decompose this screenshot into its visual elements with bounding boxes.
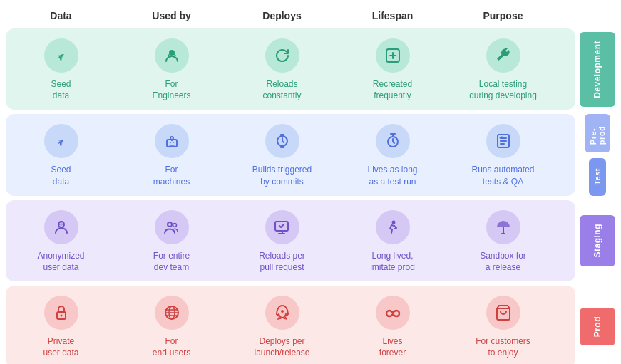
cell-label-staging-4: Sandbox for a release — [480, 250, 526, 273]
cell-label-test-4: Runs automated tests & QA — [471, 164, 534, 187]
section-development: Seed dataFor EngineersReloads constantly… — [6, 28, 615, 110]
section-label-test: Pre-prodTest — [580, 114, 615, 195]
section-staging: Anonymized user dataFor entire dev teamR… — [6, 200, 615, 281]
test-text: Test — [593, 168, 602, 185]
section-label-text-staging: Staging — [592, 224, 602, 258]
cell-label-staging-0: Anonymized user data — [37, 250, 84, 273]
cell-icon-test-0 — [44, 124, 78, 158]
cell-development-1: For Engineers — [116, 28, 227, 110]
svg-rect-6 — [173, 142, 174, 143]
section-label-inner-development: Development — [580, 32, 615, 107]
cell-icon-prod-0 — [44, 296, 78, 330]
cell-icon-prod-3 — [376, 296, 410, 330]
cell-staging-1: For entire dev team — [116, 200, 227, 281]
section-label-inner-staging: Staging — [580, 215, 615, 266]
preprod-text: Pre-prod — [589, 121, 606, 145]
cell-label-development-2: Reloads constantly — [262, 78, 301, 101]
cell-test-3: Lives as long as a test run — [337, 114, 448, 195]
cell-label-staging-3: Long lived, imitate prod — [370, 250, 415, 273]
cell-prod-4: For customers to enjoy — [448, 286, 558, 364]
svg-point-22 — [60, 315, 62, 317]
cell-prod-1: For end-users — [116, 286, 227, 364]
cell-label-prod-2: Deploys per launch/release — [254, 336, 309, 358]
cell-development-3: Recreated frequently — [337, 28, 448, 110]
cell-icon-staging-4 — [486, 210, 520, 244]
cell-staging-3: Long lived, imitate prod — [337, 200, 448, 281]
cell-label-development-1: For Engineers — [152, 78, 190, 101]
section-prod: Private user dataFor end-usersDeploys pe… — [6, 286, 615, 364]
cell-label-development-4: Local testing during developing — [469, 78, 537, 101]
cell-icon-development-2 — [265, 38, 299, 73]
cell-label-prod-0: Private user data — [43, 336, 78, 358]
cell-test-4: Runs automated tests & QA — [448, 114, 558, 195]
cell-icon-staging-2 — [265, 210, 299, 244]
section-label-staging: Staging — [580, 200, 615, 281]
cell-staging-4: Sandbox for a release — [448, 200, 558, 281]
cell-label-staging-1: For entire dev team — [153, 250, 190, 273]
cell-prod-3: Lives forever — [337, 286, 448, 364]
svg-point-14 — [60, 223, 63, 226]
col-header-empty — [558, 7, 601, 24]
header-row: Data Used by Deploys Lifespan Purpose — [6, 7, 615, 24]
svg-rect-10 — [280, 146, 284, 148]
cell-icon-development-1 — [155, 38, 189, 73]
col-header-lifespan: Lifespan — [337, 7, 448, 24]
cell-label-staging-2: Reloads per pull request — [259, 250, 305, 273]
cell-icon-test-4 — [486, 124, 520, 158]
svg-point-16 — [63, 224, 64, 225]
svg-point-20 — [391, 220, 395, 224]
section-label-text-prod: Prod — [592, 316, 602, 337]
section-label-prod: Prod — [580, 286, 615, 364]
cell-label-test-2: Builds triggered by commits — [252, 164, 312, 187]
cell-icon-test-3 — [376, 124, 410, 158]
cell-label-development-3: Recreated frequently — [373, 78, 412, 101]
cell-label-test-1: For machines — [153, 164, 190, 187]
cell-development-0: Seed data — [6, 28, 116, 110]
cell-icon-development-0 — [44, 38, 78, 73]
svg-point-18 — [173, 223, 176, 227]
svg-point-7 — [170, 137, 173, 140]
cell-icon-staging-3 — [376, 210, 410, 244]
section-label-test-inner: Test — [589, 158, 606, 196]
cell-development-4: Local testing during developing — [448, 28, 558, 110]
main-container: Data Used by Deploys Lifespan Purpose Se… — [0, 0, 621, 364]
cell-icon-development-4 — [486, 38, 520, 73]
cell-label-test-0: Seed data — [51, 164, 71, 187]
svg-point-15 — [58, 224, 60, 225]
cell-test-1: For machines — [116, 114, 227, 195]
section-label-inner-prod: Prod — [580, 308, 615, 345]
cell-test-0: Seed data — [6, 114, 116, 195]
section-test: Seed dataFor machinesBuilds triggered by… — [6, 114, 615, 195]
cell-development-2: Reloads constantly — [227, 28, 337, 110]
cell-icon-test-2 — [265, 124, 299, 158]
cell-prod-2: Deploys per launch/release — [227, 286, 337, 364]
col-header-data: Data — [6, 7, 116, 24]
svg-rect-5 — [170, 142, 171, 143]
section-label-preprod: Pre-prod — [585, 114, 610, 152]
cell-label-test-3: Lives as long as a test run — [367, 164, 417, 187]
cell-test-2: Builds triggered by commits — [227, 114, 337, 195]
cell-icon-development-3 — [376, 38, 410, 73]
col-header-deploys: Deploys — [227, 7, 337, 24]
cell-prod-0: Private user data — [6, 286, 116, 364]
cell-icon-prod-4 — [486, 296, 520, 330]
section-label-development: Development — [580, 28, 615, 110]
cell-icon-prod-1 — [155, 296, 189, 330]
cell-label-development-0: Seed data — [51, 78, 71, 101]
cell-label-prod-3: Lives forever — [379, 336, 406, 358]
cell-icon-staging-1 — [155, 210, 189, 244]
cell-label-prod-1: For end-users — [153, 336, 190, 358]
cell-icon-test-1 — [155, 124, 189, 158]
svg-rect-9 — [280, 134, 284, 136]
col-header-usedby: Used by — [116, 7, 227, 24]
cell-icon-staging-0 — [44, 210, 78, 244]
svg-point-17 — [168, 222, 172, 227]
cell-staging-2: Reloads per pull request — [227, 200, 337, 281]
sections-container: Seed dataFor EngineersReloads constantly… — [6, 28, 615, 364]
cell-label-prod-4: For customers to enjoy — [476, 336, 530, 358]
col-header-purpose: Purpose — [448, 7, 558, 24]
cell-icon-prod-2 — [265, 296, 299, 330]
section-label-text-development: Development — [592, 41, 602, 98]
svg-point-25 — [281, 310, 284, 313]
cell-staging-0: Anonymized user data — [6, 200, 116, 281]
